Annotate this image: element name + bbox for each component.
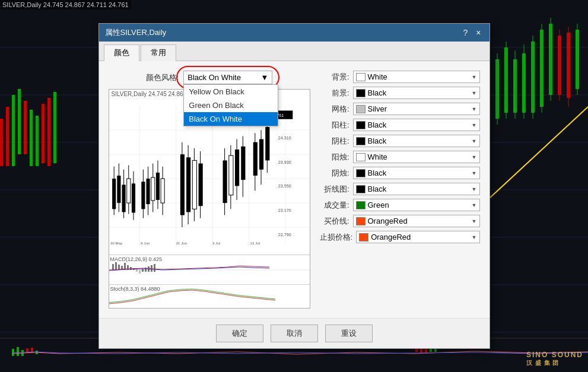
prop-value-volume: Green [368,201,472,209]
tab-color[interactable]: 颜色 [104,44,139,61]
tab-color-label: 颜色 [114,48,129,57]
svg-text:9 Jun: 9 Jun [141,241,150,245]
confirm-button[interactable]: 确定 [216,325,263,342]
cancel-button[interactable]: 取消 [271,325,318,342]
svg-rect-112 [253,142,257,176]
chevron-up-bar-icon: ▼ [472,122,477,128]
color-scheme-dropdown: Yellow On Black Green On Black Black On … [183,84,278,126]
svg-rect-92 [155,173,159,200]
prop-value-line-chart: Black [368,185,472,193]
svg-rect-110 [241,147,245,180]
prop-label-sell-price: 止损价格: [320,232,353,243]
color-scheme-value: Black On White [187,73,241,82]
prop-value-sell-price: OrangeRed [371,233,471,241]
color-scheme-label: 颜色风格: [146,72,179,83]
prop-label-down-candle: 阴烛: [320,168,349,179]
dialog-title: 属性SILVER,Daily [105,27,167,38]
prop-row-grid: 网格: Silver ▼ [320,103,480,115]
help-button[interactable]: ? [461,27,471,38]
svg-text:3 Jul: 3 Jul [212,241,220,245]
svg-text:23.550: 23.550 [278,184,291,189]
svg-rect-82 [126,179,130,203]
prop-value-grid: Silver [368,104,472,113]
dropdown-item-yellow-label: Yellow On Black [189,87,244,96]
prop-select-up-candle[interactable]: White ▼ [353,151,480,163]
svg-text:23.170: 23.170 [278,208,291,213]
dialog-tabs: 颜色 常用 [99,42,490,61]
chevron-background-icon: ▼ [472,74,477,80]
color-scheme-row: 颜色风格: Black On White ▼ Yellow On Black [109,71,310,84]
prop-select-foreground[interactable]: Black ▼ [353,87,480,99]
tab-common[interactable]: 常用 [141,44,176,61]
color-swatch-down-bar [356,137,365,145]
color-scheme-dropdown-wrapper: Black On White ▼ Yellow On Black Green O… [183,71,272,84]
color-swatch-up-bar [356,121,365,129]
svg-text:30 May: 30 May [110,241,123,245]
svg-rect-96 [180,154,184,215]
prop-select-volume[interactable]: Green ▼ [353,199,480,211]
color-swatch-line-chart [356,185,365,193]
svg-text:24.310: 24.310 [278,136,291,141]
prop-value-down-bar: Black [368,136,472,145]
svg-rect-86 [141,182,145,209]
svg-rect-114 [259,139,263,170]
prop-value-background: White [368,72,472,81]
prop-row-down-candle: 阴烛: Black ▼ [320,167,480,179]
prop-select-buy-price[interactable]: OrangeRed ▼ [353,215,480,227]
dropdown-item-black-on-white[interactable]: Black On White [184,112,278,126]
prop-label-foreground: 前景: [320,88,349,98]
chevron-grid-icon: ▼ [472,106,477,112]
prop-label-line-chart: 折线图: [320,184,349,195]
prop-row-background: 背景: White ▼ [320,71,480,83]
color-scheme-select[interactable]: Black On White ▼ [183,71,272,84]
svg-rect-104 [223,160,227,203]
svg-rect-84 [131,183,135,212]
prop-row-foreground: 前景: Black ▼ [320,87,480,99]
chevron-buy-price-icon: ▼ [472,218,477,224]
prop-select-down-bar[interactable]: Black ▼ [353,135,480,147]
prop-label-buy-price: 买价线: [320,216,349,227]
svg-rect-80 [122,185,125,212]
svg-text:23.930: 23.930 [278,160,291,165]
prop-row-up-bar: 阳柱: Black ▼ [320,119,480,131]
chevron-down-bar-icon: ▼ [472,138,477,144]
close-button[interactable]: × [473,27,483,38]
dialog-footer: 确定 取消 重设 [99,318,490,348]
properties-dialog: 属性SILVER,Daily ? × 颜色 常用 颜色风格: [98,23,490,349]
svg-rect-76 [112,179,116,209]
color-properties-panel: 背景: White ▼ 前景: Black ▼ [320,71,480,309]
color-swatch-up-candle [356,153,365,161]
svg-rect-102 [198,164,202,206]
prop-value-down-candle: Black [368,168,472,177]
macd-label: MACD(12,26,9) 0.425 [110,256,163,262]
stoch-area: Stoch(8,3,3) 84.4880 [109,284,310,308]
prop-label-background: 背景: [320,72,349,82]
prop-value-up-candle: White [368,152,472,161]
titlebar-buttons: ? × [461,27,484,38]
prop-select-down-candle[interactable]: Black ▼ [353,167,480,179]
svg-text:13 Jul: 13 Jul [250,241,259,245]
prop-select-sell-price[interactable]: OrangeRed ▼ [356,231,479,243]
color-swatch-buy-price [356,217,365,225]
stoch-label: Stoch(8,3,3) 84.4880 [110,286,160,292]
prop-label-volume: 成交量: [320,200,349,211]
prop-value-buy-price: OrangeRed [368,217,472,225]
prop-value-up-bar: Black [368,120,472,129]
svg-rect-108 [235,150,239,186]
prop-select-up-bar[interactable]: Black ▼ [353,119,480,131]
svg-rect-98 [186,157,190,212]
prop-label-grid: 网格: [320,104,349,115]
dropdown-item-yellow[interactable]: Yellow On Black [184,85,278,98]
prop-row-line-chart: 折线图: Black ▼ [320,183,480,195]
dialog-titlebar: 属性SILVER,Daily ? × [99,24,490,42]
macd-area: MACD(12,26,9) 0.425 [109,255,310,284]
svg-text:22.790: 22.790 [278,233,291,237]
dropdown-item-green[interactable]: Green On Black [184,98,278,112]
color-swatch-background [356,73,365,81]
svg-rect-121 [112,264,114,270]
prop-select-line-chart[interactable]: Black ▼ [353,183,480,195]
prop-select-grid[interactable]: Silver ▼ [353,103,480,115]
prop-label-down-bar: 阴柱: [320,136,349,147]
reset-button[interactable]: 重设 [325,325,373,342]
prop-select-background[interactable]: White ▼ [353,71,480,83]
